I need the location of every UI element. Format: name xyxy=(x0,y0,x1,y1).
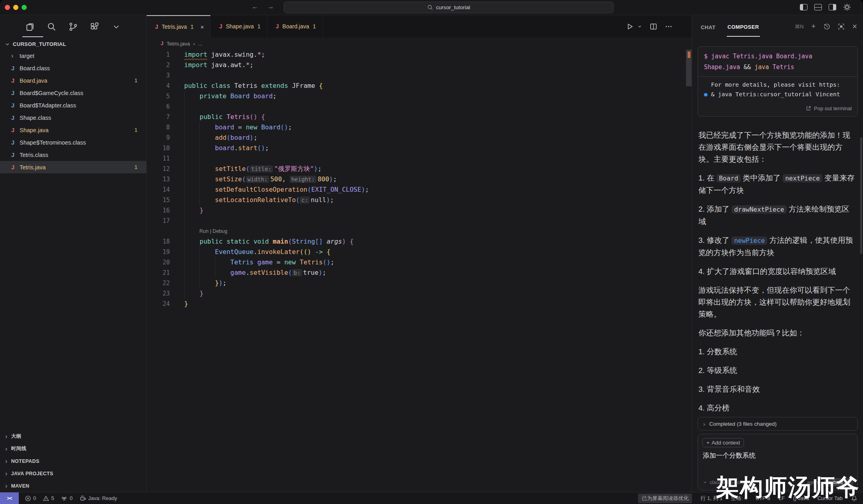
plus-icon: + xyxy=(706,440,710,446)
run-dropdown-chevron-icon[interactable] xyxy=(637,24,642,29)
chat-scrollbar-thumb[interactable] xyxy=(860,137,862,254)
expand-icon[interactable] xyxy=(838,23,845,30)
toggle-bottom-panel-icon[interactable] xyxy=(814,4,822,10)
toggle-left-panel-icon[interactable] xyxy=(800,4,807,10)
status-text: 0 xyxy=(70,495,72,501)
tab-Board.java[interactable]: JBoard.java1 xyxy=(267,15,323,38)
file-name: Tetris.class xyxy=(20,152,48,158)
file-name: Board.class xyxy=(20,65,50,71)
code-lines[interactable]: 1import javax.swing.*;2import java.awt.*… xyxy=(147,50,692,309)
tree-item-Tetris.java[interactable]: JTetris.java1 xyxy=(0,161,146,173)
code-line-text[interactable]: board.start(); xyxy=(170,143,269,153)
split-editor-icon[interactable] xyxy=(650,23,657,30)
status-item[interactable]: 5 xyxy=(43,495,54,502)
tree-item-Board.class[interactable]: JBoard.class xyxy=(0,62,146,74)
line-number: 24 xyxy=(147,299,170,309)
code-line-text[interactable] xyxy=(170,216,184,226)
code-line-text[interactable]: } xyxy=(170,299,188,309)
breadcrumb-file: Tetris.java xyxy=(167,41,190,47)
code-line-text[interactable] xyxy=(170,101,184,112)
code-line-text[interactable]: } xyxy=(170,288,203,299)
tree-item-Shape.java[interactable]: JShape.java1 xyxy=(0,124,146,136)
breadcrumb[interactable]: J Tetris.java › ... xyxy=(147,38,692,50)
search-icon[interactable] xyxy=(46,22,57,32)
completed-summary[interactable]: › Completed (3 files changed) xyxy=(698,417,858,431)
code-line-text[interactable] xyxy=(170,153,184,164)
tree-item-target[interactable]: ›target xyxy=(0,50,146,62)
composer-input-value[interactable]: 添加一个分数系统 xyxy=(703,451,857,460)
tree-item-Shape.class[interactable]: JShape.class xyxy=(0,111,146,124)
maximize-window-button[interactable] xyxy=(22,5,27,10)
code-line-text[interactable] xyxy=(170,70,184,81)
code-line-text[interactable]: game.setVisible(b:true); xyxy=(170,268,326,278)
code-line-text[interactable]: EventQueue.invokeLater(() -> { xyxy=(170,247,330,257)
status-item[interactable]: 已为屏幕阅读器优化 xyxy=(638,494,692,503)
minimize-window-button[interactable] xyxy=(13,5,18,10)
code-symbol-link[interactable]: newPiece xyxy=(732,236,767,245)
toggle-right-panel-icon[interactable] xyxy=(829,4,836,10)
code-line-text[interactable]: add(board); xyxy=(170,133,257,143)
code-line-text[interactable]: } xyxy=(170,205,203,216)
run-button[interactable] xyxy=(626,23,634,30)
status-item[interactable]: 0 xyxy=(61,495,72,502)
sidebar-section-JAVA PROJECTS[interactable]: ›JAVA PROJECTS xyxy=(0,467,146,480)
code-line-text[interactable]: }); xyxy=(170,278,227,288)
sidebar-section-大纲[interactable]: ›大纲 xyxy=(0,430,146,442)
code-line-text[interactable]: public class Tetris extends JFrame { xyxy=(170,81,323,91)
java-file-icon: J xyxy=(11,115,20,121)
tab-Shape.java[interactable]: JShape.java1 xyxy=(211,15,267,38)
codelens-run-debug[interactable]: Run | Debug xyxy=(170,226,227,236)
tree-item-Board$TAdapter.class[interactable]: JBoard$TAdapter.class xyxy=(0,99,146,111)
project-search-box[interactable]: cursor_tutorial xyxy=(284,2,614,13)
add-context-button[interactable]: + Add context xyxy=(702,438,744,447)
tab-chat[interactable]: CHAT xyxy=(700,17,716,36)
close-window-button[interactable] xyxy=(5,5,10,10)
sidebar-section-时间线[interactable]: ›时间线 xyxy=(0,442,146,455)
status-item[interactable]: 0 xyxy=(25,495,36,502)
forward-arrow-icon[interactable]: → xyxy=(267,3,274,11)
close-icon[interactable]: ✕ xyxy=(852,23,857,30)
tree-item-Shape$Tetrominoes.class[interactable]: JShape$Tetrominoes.class xyxy=(0,136,146,149)
chevron-down-icon[interactable] xyxy=(111,22,121,32)
inline-code-chip: Board xyxy=(716,174,740,183)
sidebar-sections: ›大纲›时间线›NOTEPADS›JAVA PROJECTS›MAVEN xyxy=(0,430,146,492)
files-icon[interactable] xyxy=(25,22,35,32)
history-icon[interactable] xyxy=(823,23,830,30)
code-line-text[interactable]: board = new Board(); xyxy=(170,122,292,133)
code-line-text[interactable]: private Board board; xyxy=(170,91,276,101)
editor: JTetris.java1×JShape.java1JBoard.java1 xyxy=(147,15,692,492)
tree-item-Board$GameCycle.class[interactable]: JBoard$GameCycle.class xyxy=(0,87,146,99)
tree-item-Tetris.class[interactable]: JTetris.class xyxy=(0,149,146,161)
tree-item-Board.java[interactable]: JBoard.java1 xyxy=(0,74,146,87)
java-file-icon: J xyxy=(161,41,163,46)
close-tab-icon[interactable]: × xyxy=(201,24,204,30)
status-item[interactable]: Java: Ready xyxy=(80,495,117,502)
overview-ruler-warning-mark xyxy=(688,52,690,58)
gear-icon[interactable] xyxy=(843,3,851,11)
more-actions-icon[interactable] xyxy=(665,23,672,30)
code-line-text[interactable]: import javax.swing.*; xyxy=(170,50,265,60)
sidebar: CURSOR_TUTORIAL ›targetJBoard.classJBoar… xyxy=(0,15,147,492)
code-line-text[interactable]: import java.awt.*; xyxy=(170,60,253,70)
code-line-text[interactable]: setSize(width:500, height:800); xyxy=(170,174,337,185)
project-root-header[interactable]: CURSOR_TUTORIAL xyxy=(0,38,146,50)
remote-indicator[interactable]: >< xyxy=(0,492,19,504)
message-paragraph: 1. 分数系统 xyxy=(698,346,857,358)
code-line-text[interactable]: setLocationRelativeTo(c:null); xyxy=(170,195,334,205)
code-line-text[interactable]: Tetris game = new Tetris(); xyxy=(170,257,334,268)
code-line-text[interactable]: setTitle(title:"俄罗斯方块"); xyxy=(170,164,322,174)
sidebar-section-NOTEPADS[interactable]: ›NOTEPADS xyxy=(0,455,146,467)
tab-Tetris.java[interactable]: JTetris.java1× xyxy=(147,15,211,38)
line-number: 20 xyxy=(147,257,170,268)
pop-out-terminal-button[interactable]: Pop out terminal xyxy=(698,101,857,116)
tab-composer[interactable]: COMPOSER xyxy=(727,16,760,37)
file-tree: ›targetJBoard.classJBoard.java1JBoard$Ga… xyxy=(0,50,146,173)
extensions-icon[interactable] xyxy=(89,22,100,32)
sidebar-section-MAVEN[interactable]: ›MAVEN xyxy=(0,480,146,492)
code-line-text[interactable]: public static void main(String[] args) { xyxy=(170,236,354,247)
source-control-icon[interactable] xyxy=(68,22,78,32)
search-icon xyxy=(427,4,433,10)
new-chat-plus-icon[interactable]: + xyxy=(811,22,815,31)
line-number: 3 xyxy=(147,70,170,81)
back-arrow-icon[interactable]: ← xyxy=(252,3,259,11)
